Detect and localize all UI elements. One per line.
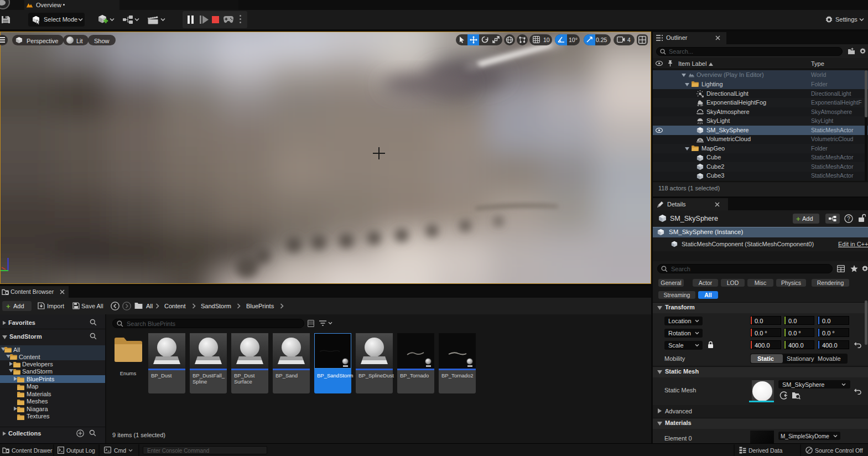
svg-text:?: ? — [847, 216, 850, 222]
